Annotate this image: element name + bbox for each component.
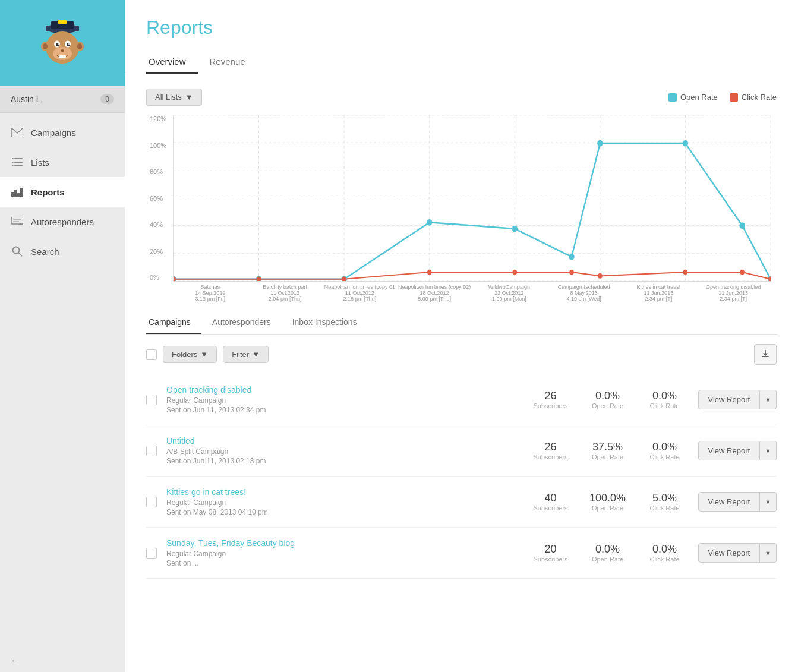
report-btn-group: View Report ▼	[698, 390, 777, 409]
sidebar-item-reports[interactable]: Reports	[0, 177, 125, 207]
open-rate-value: 0.0%	[595, 543, 620, 556]
x-label: Neapolitan fun times (copy 0111 Oct,2012…	[323, 284, 398, 302]
sidebar-item-autoresponders[interactable]: Autoresponders	[0, 207, 125, 236]
click-rate-label: Click Rate	[649, 556, 679, 563]
open-rate-stat: 37.5% Open Rate	[584, 441, 632, 460]
sidebar-item-label: Search	[31, 247, 59, 257]
campaign-checkbox[interactable]	[146, 395, 157, 405]
view-report-button[interactable]: View Report	[698, 543, 761, 563]
campaign-row: Kitties go in cat trees! Regular Campaig…	[146, 477, 777, 528]
user-info: Austin L. 0	[0, 86, 125, 113]
all-lists-button[interactable]: All Lists ▼	[146, 89, 202, 106]
campaign-info: Kitties go in cat trees! Regular Campaig…	[166, 487, 518, 516]
chevron-down-icon: ▼	[185, 93, 193, 102]
open-rate-label: Open Rate	[592, 556, 623, 563]
campaign-name[interactable]: Untitled	[166, 436, 518, 446]
subscribers-value: 40	[545, 492, 557, 504]
tab-revenue[interactable]: Revenue	[207, 51, 257, 74]
click-rate-value: 0.0%	[652, 441, 677, 453]
click-rate-stat: 0.0% Click Rate	[641, 390, 689, 409]
campaign-info: Open tracking disabled Regular Campaign …	[166, 385, 518, 414]
campaign-date: Sent on Jun 11, 2013 02:18 pm	[166, 457, 518, 465]
svg-point-56	[683, 140, 689, 147]
subscribers-stat: 40 Subscribers	[527, 492, 575, 512]
select-all-checkbox[interactable]	[146, 349, 157, 360]
x-label: Batches14 Sep,20123:13 pm [Fri]	[173, 284, 248, 302]
legend-open-rate: Open Rate	[668, 93, 718, 102]
svg-point-53	[512, 226, 518, 232]
sidebar-item-label: Autoresponders	[31, 217, 94, 227]
section-tab-autoresponders[interactable]: Autoresponders	[210, 311, 282, 334]
chart-icon	[11, 185, 24, 198]
report-btn-group: View Report ▼	[698, 441, 777, 460]
open-rate-label: Open Rate	[592, 453, 623, 460]
svg-point-64	[569, 270, 574, 275]
header-tabs: Overview Revenue	[146, 51, 777, 74]
open-rate-label: Open Rate	[680, 93, 718, 102]
svg-rect-69	[762, 356, 769, 357]
mailchimp-logo	[36, 17, 89, 70]
campaign-row: Open tracking disabled Regular Campaign …	[146, 374, 777, 425]
sidebar-item-search[interactable]: Search	[0, 236, 125, 266]
campaign-row: Untitled A/B Split Campaign Sent on Jun …	[146, 425, 777, 477]
svg-point-12	[56, 43, 59, 46]
filter-button[interactable]: Filter ▼	[223, 346, 269, 363]
svg-point-16	[61, 49, 64, 52]
campaign-list: Open tracking disabled Regular Campaign …	[146, 374, 777, 579]
campaign-name[interactable]: Open tracking disabled	[166, 385, 518, 395]
subscribers-stat: 20 Subscribers	[527, 543, 575, 563]
list-icon	[11, 156, 24, 169]
chart-wrapper: 120% 100% 80% 60% 40% 20% 0%	[173, 115, 771, 282]
sidebar-item-lists[interactable]: Lists	[0, 147, 125, 177]
campaign-checkbox[interactable]	[146, 446, 157, 456]
report-dropdown-button[interactable]: ▼	[760, 492, 777, 512]
chart-section: All Lists ▼ Open Rate Click Rate 120%	[125, 74, 798, 302]
click-rate-label: Click Rate	[742, 93, 777, 102]
section-tab-inbox-inspections[interactable]: Inbox Inspections	[290, 311, 368, 334]
open-rate-stat: 0.0% Open Rate	[584, 543, 632, 563]
svg-rect-26	[14, 190, 17, 197]
campaign-name[interactable]: Sunday, Tues, Friday Becauty blog	[166, 538, 518, 548]
section-tab-campaigns[interactable]: Campaigns	[146, 311, 201, 334]
report-dropdown-button[interactable]: ▼	[760, 390, 777, 409]
click-rate-value: 5.0%	[652, 492, 677, 504]
sidebar-collapse[interactable]: ←	[0, 649, 125, 672]
page-title: Reports	[146, 17, 777, 39]
view-report-button[interactable]: View Report	[698, 441, 761, 460]
arrow-left-icon: ←	[11, 656, 18, 665]
sidebar-item-campaigns[interactable]: Campaigns	[0, 118, 125, 147]
campaign-checkbox[interactable]	[146, 497, 157, 507]
svg-rect-3	[58, 20, 67, 24]
toolbar: Folders ▼ Filter ▼	[146, 335, 777, 374]
svg-rect-29	[11, 217, 23, 224]
report-btn-group: View Report ▼	[698, 492, 777, 512]
open-rate-stat: 100.0% Open Rate	[584, 492, 632, 512]
svg-point-63	[512, 270, 517, 275]
open-rate-color	[668, 93, 677, 102]
svg-line-34	[18, 253, 22, 256]
campaign-type: A/B Split Campaign	[166, 447, 518, 456]
folders-button[interactable]: Folders ▼	[163, 346, 217, 363]
campaign-checkbox[interactable]	[146, 548, 157, 559]
svg-rect-21	[14, 165, 23, 166]
view-report-button[interactable]: View Report	[698, 390, 761, 409]
search-icon	[11, 245, 24, 258]
chevron-down-icon: ▼	[252, 350, 260, 359]
report-dropdown-button[interactable]: ▼	[760, 441, 777, 460]
campaign-info: Sunday, Tues, Friday Becauty blog Regula…	[166, 538, 518, 567]
svg-point-67	[740, 270, 745, 275]
subscribers-stat: 26 Subscribers	[527, 390, 575, 409]
svg-rect-17	[59, 55, 66, 58]
view-report-button[interactable]: View Report	[698, 492, 761, 512]
subscribers-label: Subscribers	[533, 504, 567, 512]
download-button[interactable]	[754, 344, 777, 365]
campaign-name[interactable]: Kitties go in cat trees!	[166, 487, 518, 497]
main-content: Reports Overview Revenue All Lists ▼ Ope…	[125, 0, 798, 672]
chart-svg	[174, 115, 771, 281]
tab-overview[interactable]: Overview	[146, 51, 198, 74]
campaign-type: Regular Campaign	[166, 396, 518, 405]
report-dropdown-button[interactable]: ▼	[760, 543, 777, 563]
chevron-down-icon: ▼	[200, 350, 208, 359]
open-rate-value: 100.0%	[589, 492, 626, 504]
open-rate-value: 37.5%	[592, 441, 623, 453]
